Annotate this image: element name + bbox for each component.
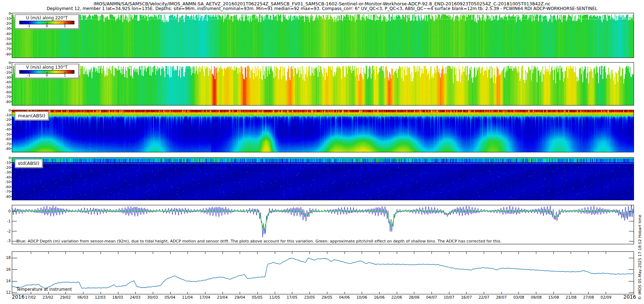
y-tick-label: -50 [0, 37, 11, 41]
x-tick-label: 28/06 [406, 295, 423, 299]
x-tick-label: 30/03 [144, 295, 161, 299]
y-tick-label: -20 [0, 166, 11, 170]
x-tick-label: 11/05 [267, 295, 283, 299]
u-colorbar-ticks: -101 [15, 24, 78, 28]
y-tick-label: -40 [0, 127, 11, 131]
x-tick-label: 22/07 [476, 295, 492, 299]
x-tick-label: 15/08 [546, 295, 562, 299]
temperature-label: Temperature at instrument [16, 287, 72, 292]
y-tick-mark [10, 187, 12, 187]
colorbar-tick-label: 1 [61, 24, 69, 28]
std-absi-heatmap-canvas [12, 158, 634, 200]
y-tick-mark [10, 177, 12, 177]
x-tick-label: 18/03 [109, 295, 126, 299]
panel-v-velocity-heatmap: V (m/s) along 130°T -101 [12, 62, 634, 106]
y-tick-label: -60 [0, 90, 11, 94]
y-tick-mark [10, 158, 12, 158]
y-tick-label: -20 [0, 70, 11, 74]
y-tick-mark [10, 110, 12, 111]
y-tick-label: 12 [0, 290, 11, 294]
y-tick-label: -60 [0, 185, 11, 189]
x-tick-label: 05/04 [162, 295, 178, 299]
x-tick-label: 05/05 [249, 295, 265, 299]
y-tick-label: -80 [0, 100, 11, 104]
colorbar-tick-label: -1 [24, 73, 33, 77]
y-tick-label: -50 [0, 85, 11, 89]
colorbar-tick-label: -1 [24, 24, 33, 28]
y-tick-label: -60 [0, 137, 11, 141]
u-velocity-heatmap-canvas [12, 13, 634, 58]
y-tick-label: -80 [0, 147, 11, 151]
x-tick-label: 24/03 [127, 295, 143, 299]
colorbar-tick-label: 0 [43, 24, 51, 28]
y-tick-label: -70 [0, 190, 11, 193]
y-tick-label: -10 [0, 161, 11, 165]
y-tick-label: -20 [0, 118, 11, 122]
y-tick-mark [10, 63, 12, 63]
y-tick-mark [10, 144, 12, 144]
y-tick-label: -70 [0, 47, 11, 51]
y-tick-mark [10, 124, 12, 125]
y-tick-label: 0 [0, 108, 11, 112]
x-tick-label: 23/02 [40, 295, 56, 299]
x-tick-label: 09/08 [528, 295, 545, 299]
y-tick-mark [10, 148, 12, 149]
y-tick-mark [10, 39, 12, 39]
y-tick-mark [10, 172, 12, 172]
y-tick-label: -80 [0, 195, 11, 198]
y-tick-label: -10 [0, 113, 11, 117]
y-tick-mark [10, 49, 12, 49]
x-tick-label: 28/07 [493, 295, 509, 299]
x-tick-label: 21/08 [563, 295, 579, 299]
y-tick-label: -30 [0, 26, 11, 30]
x-tick-label: 23/05 [301, 295, 318, 299]
depth-variation-canvas [12, 205, 634, 244]
colorbar-tick-label: 0 [43, 73, 51, 77]
y-tick-mark [10, 23, 12, 24]
y-tick-label: -30 [0, 170, 11, 174]
y-tick-label: -80 [0, 52, 11, 56]
x-tick-label: 04/07 [423, 295, 440, 299]
y-tick-label: -30 [0, 123, 11, 127]
x-tick-label: 16/06 [371, 295, 387, 299]
panel-mean-absi-heatmap: mean(ABSI) [12, 110, 634, 152]
y-tick-label: -2 [0, 229, 11, 233]
y-tick-label: -70 [0, 95, 11, 99]
x-tick-label: 29/02 [57, 295, 74, 299]
x-tick-label: 23/04 [214, 295, 230, 299]
y-tick-mark [10, 191, 12, 192]
y-tick-mark [10, 92, 12, 92]
depth-annotation: Blue: ADCP Depth (m) variation from sens… [16, 239, 502, 244]
u-colorbar-legend: U (m/s) along 220°T -101 [15, 14, 79, 29]
v-velocity-heatmap-canvas [12, 63, 634, 105]
y-tick-label: 14 [0, 279, 11, 283]
x-tick-label: 12/03 [92, 295, 108, 299]
x-tick-label: 17/02 [22, 295, 39, 299]
panel-depth-variation: Blue: ADCP Depth (m) variation from sens… [12, 205, 634, 244]
y-tick-label: 18 [0, 256, 11, 260]
figure-title-line1: IMOS/ANMN/SA/SAM5CB/Velocity/IMOS_ANMN-S… [0, 1, 644, 6]
v-colorbar-ticks: -101 [15, 73, 78, 77]
x-tick-label: 03/08 [511, 295, 527, 299]
y-tick-mark [10, 134, 12, 134]
y-tick-label: -1 [0, 219, 11, 223]
x-tick-label: 16/07 [458, 295, 475, 299]
y-tick-label: -60 [0, 42, 11, 46]
colorbar-tick-label: 1 [61, 73, 69, 77]
panel-std-absi-heatmap: std(ABSI) [12, 157, 634, 200]
mean-absi-label: mean(ABSI) [15, 111, 49, 120]
panel-temperature: Temperature at instrument [12, 251, 634, 294]
y-tick-label: -70 [0, 142, 11, 146]
x-tick-label: 29/05 [319, 295, 335, 299]
x-tick-label: 06/03 [74, 295, 91, 299]
y-tick-label: 0 [0, 11, 11, 15]
y-tick-mark [10, 28, 12, 29]
y-tick-label: -3 [0, 239, 11, 243]
year-label-right: 2016 [620, 294, 636, 300]
y-tick-mark [10, 119, 12, 120]
y-tick-mark [10, 115, 12, 115]
x-tick-label: 10/07 [441, 295, 457, 299]
x-tick-label: 10/06 [353, 295, 370, 299]
y-tick-mark [10, 182, 12, 182]
y-tick-label: -30 [0, 75, 11, 79]
